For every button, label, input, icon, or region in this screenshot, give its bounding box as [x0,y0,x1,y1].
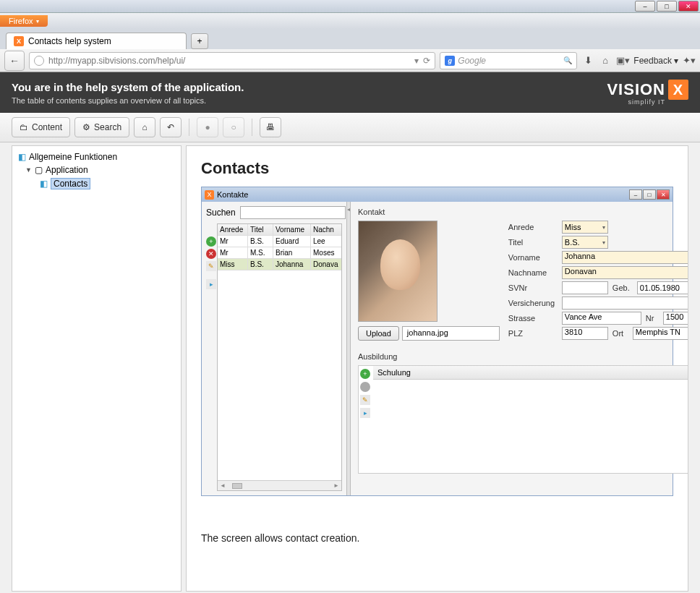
section-kontakt: Kontakt [358,208,688,216]
contacts-list-panel: Suchen + ✕ ✎ ▸ AnredeTitelVornameNachn [202,202,346,495]
help-content: Contacts X Kontakte – □ ✕ Suchen [186,145,688,592]
page-header: You are in the help system of the applic… [0,72,700,113]
tree-item-general[interactable]: ◧ Allgemeine Funktionen [15,150,178,163]
page-title: Contacts [201,159,673,178]
search-label: Suchen [206,208,236,218]
tab-title: Contacts help system [28,36,111,46]
nr-input[interactable]: 1500 [663,312,688,325]
content-tab-button[interactable]: 🗀Content [12,117,70,137]
browser-urlbar: ← http://myapp.sibvisions.com/help/ui/ ▾… [0,49,700,72]
grid-header: AnredeTitelVornameNachn [218,224,341,236]
page-icon: ◧ [40,179,48,189]
inner-window-titlebar: X Kontakte – □ ✕ [202,187,673,202]
toc-sidebar: ◧ Allgemeine Funktionen ▼ ▢ Application … [12,145,182,592]
folder-icon: ▢ [35,165,43,175]
home-icon[interactable]: ⌂ [599,55,612,66]
search-tab-button[interactable]: ⚙Search [74,117,129,137]
table-row[interactable]: MissB.S.JohannaDonava [218,259,341,270]
svnr-input[interactable] [562,281,608,294]
search-field[interactable]: g Google [440,52,577,69]
upload-button[interactable]: Upload [358,326,399,341]
ausbildung-grid[interactable]: Schulung [373,366,688,473]
tree-item-contacts[interactable]: ◧ Contacts [15,176,178,191]
os-titlebar: – □ ✕ [0,0,700,13]
edit-row-icon[interactable]: ✎ [206,261,216,271]
nachname-input[interactable]: Donavan [562,266,688,279]
toolbar-separator [189,119,189,136]
ausb-header: Schulung [373,366,688,380]
google-icon: g [445,56,455,66]
strasse-input[interactable]: Vance Ave [562,312,641,325]
arrow-left-icon: ↶ [167,122,174,132]
inner-close-button[interactable]: ✕ [657,189,670,200]
help-toolbar: 🗀Content ⚙Search ⌂ ↶ ● ○ 🖶 [0,113,700,142]
delete-row-icon[interactable]: ✕ [206,249,216,259]
addon-icon[interactable]: ✦▾ [683,55,696,66]
grid-scrollbar[interactable] [218,480,341,490]
ausb-delete-icon[interactable] [360,382,370,392]
nav-next-button[interactable]: ○ [223,117,244,137]
bookmark-icon[interactable]: ▣▾ [616,55,629,66]
browser-tabbar: X Contacts help system + [0,29,700,49]
house-icon: ⌂ [142,122,147,132]
reload-icon[interactable]: ⟳ [423,56,430,66]
contact-photo [358,221,438,322]
tab-favicon-icon: X [14,36,24,46]
tree-item-application[interactable]: ▼ ▢ Application [15,163,178,176]
back-button[interactable]: ↶ [160,117,182,137]
window-icon: X [205,190,214,200]
anrede-select[interactable]: Miss [562,221,608,234]
tree-collapse-icon[interactable]: ▼ [25,166,32,174]
page-icon: ◧ [18,152,26,162]
contacts-grid[interactable]: AnredeTitelVornameNachn MrB.S.EduardLee … [217,223,342,491]
add-row-icon[interactable]: + [206,236,216,247]
print-button[interactable]: 🖶 [260,117,281,137]
ausb-edit-icon[interactable]: ✎ [360,395,370,405]
url-text: http://myapp.sibvisions.com/help/ui/ [48,56,185,66]
logo: VISIONX simplify IT [607,80,688,106]
folder-icon: 🗀 [20,122,28,132]
titel-select[interactable]: B.S. [562,236,608,249]
table-row[interactable]: MrB.S.EduardLee [218,236,341,247]
os-maximize-button[interactable]: □ [657,1,677,12]
page-description: The screen allows contact creation. [201,532,673,544]
table-row[interactable]: MrM.S.BrianMoses [218,247,341,259]
section-ausbildung: Ausbildung [358,352,688,361]
printer-icon: 🖶 [266,122,275,132]
new-tab-button[interactable]: + [191,33,208,49]
download-icon[interactable]: ⬇ [581,55,594,66]
home-button[interactable]: ⌂ [134,117,155,137]
export-icon[interactable]: ▸ [206,279,216,289]
inner-maximize-button[interactable]: □ [643,189,656,200]
os-close-button[interactable]: ✕ [678,1,699,12]
feedback-button[interactable]: Feedback ▾ [633,56,678,66]
header-sub: The table of contents supplies an overvi… [12,96,244,105]
gear-icon: ⚙ [82,122,90,132]
ausb-export-icon[interactable]: ▸ [360,408,370,418]
plz-input[interactable]: 3810 [562,327,608,340]
inner-minimize-button[interactable]: – [629,189,642,200]
nav-prev-button[interactable]: ● [197,117,218,137]
browser-tab[interactable]: X Contacts help system [6,33,187,49]
logo-x-icon: X [668,80,688,100]
url-field[interactable]: http://myapp.sibvisions.com/help/ui/ ▾ ⟳ [29,52,435,69]
globe-icon [34,56,44,66]
vorname-input[interactable]: Johanna [562,251,688,264]
ausb-add-icon[interactable]: + [360,369,370,379]
url-dropdown-icon[interactable]: ▾ [414,56,419,66]
versicherung-select[interactable] [562,296,688,310]
ort-input[interactable]: Memphis TN [633,327,688,340]
contact-detail-panel: Kontakt Upload johanna.jpg AnredeMiss Ti… [351,202,688,495]
search-placeholder: Google [458,56,486,66]
header-title: You are in the help system of the applic… [12,81,244,93]
browser-menubar: Firefox [0,13,700,29]
inner-window-title: Kontakte [217,190,248,199]
nav-back-button[interactable]: ← [4,51,25,71]
filename-field[interactable]: johanna.jpg [402,326,500,341]
geb-select[interactable]: 01.05.1980 [637,281,688,294]
toolbar-separator [252,119,252,136]
firefox-menu-button[interactable]: Firefox [0,15,48,27]
os-minimize-button[interactable]: – [635,1,655,12]
search-input[interactable] [240,206,346,219]
screenshot-frame: X Kontakte – □ ✕ Suchen + [201,187,673,496]
